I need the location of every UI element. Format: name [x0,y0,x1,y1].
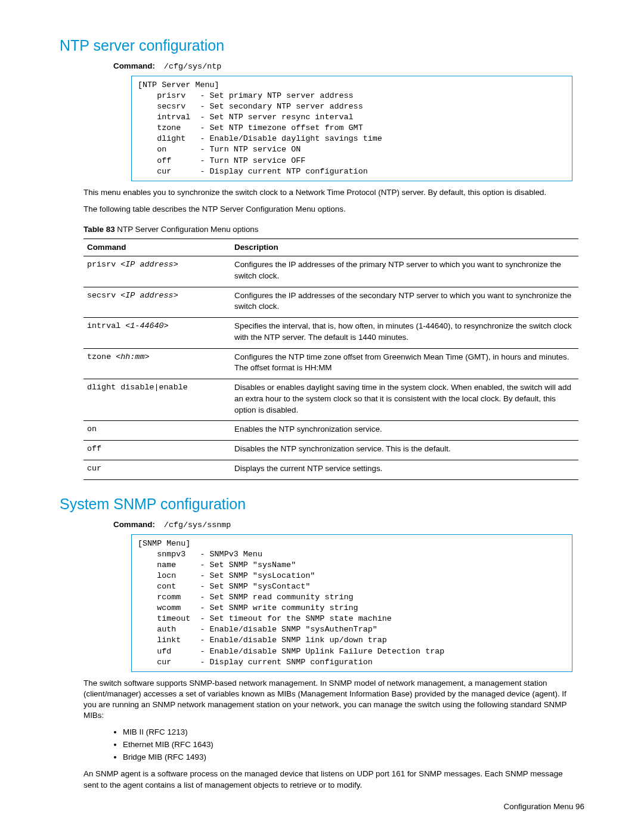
section-title-ntp: NTP server configuration [60,36,584,56]
table-caption-text: NTP Server Configuration Menu options [115,225,259,234]
command-path: /cfg/sys/ssnmp [164,521,231,529]
ntp-options-table: Command Description prisrv <IP address>C… [83,239,578,480]
table-cell-command: tzone <hh:mm> [83,348,231,379]
table-caption: Table 83 NTP Server Configuration Menu o… [83,224,578,235]
ntp-menu-box: [NTP Server Menu] prisrv - Set primary N… [131,76,572,181]
section-title-snmp: System SNMP configuration [60,494,584,515]
table-header-description: Description [231,239,578,256]
command-path: /cfg/sys/ntp [164,62,221,71]
table-cell-description: Displays the current NTP service setting… [231,460,578,480]
snmp-command-line: Command: /cfg/sys/ssnmp [113,519,578,531]
command-label: Command: [113,520,155,529]
command-text: off [87,444,101,453]
list-item: Bridge MIB (RFC 1493) [123,752,578,763]
table-cell-command: secsrv <IP address> [83,287,231,318]
ntp-para-1: This menu enables you to synchronize the… [83,187,578,198]
table-cell-command: cur [83,460,231,480]
command-arg: <IP address> [120,260,178,269]
command-text: intrval [87,321,125,330]
table-row: intrval <1-44640>Specifies the interval,… [83,318,578,349]
list-item: Ethernet MIB (RFC 1643) [123,739,578,750]
table-row: dlight disable|enableDisables or enables… [83,379,578,421]
table-cell-description: Configures the IP addresses of the prima… [231,256,578,287]
table-row: secsrv <IP address>Configures the IP add… [83,287,578,318]
page-footer: Configuration Menu 96 [504,801,584,812]
command-text: prisrv [87,260,120,269]
command-text: secsrv [87,291,120,300]
table-number: Table 83 [83,225,115,234]
table-cell-command: intrval <1-44640> [83,318,231,349]
table-cell-description: Configures the IP addresses of the secon… [231,287,578,318]
table-cell-description: Disables or enables daylight saving time… [231,379,578,421]
command-arg: <1-44640> [125,321,168,330]
table-row: offDisables the NTP synchronization serv… [83,441,578,460]
table-cell-command: on [83,421,231,441]
table-row: curDisplays the current NTP service sett… [83,460,578,480]
table-cell-description: Configures the NTP time zone offset from… [231,348,578,379]
table-header-command: Command [83,239,231,256]
list-item: MIB II (RFC 1213) [123,727,578,738]
snmp-mib-list: MIB II (RFC 1213)Ethernet MIB (RFC 1643)… [112,727,578,763]
table-cell-description: Disables the NTP synchronization service… [231,441,578,460]
snmp-para-1: The switch software supports SNMP-based … [83,678,578,721]
table-cell-command: off [83,441,231,460]
command-text: on [87,425,97,433]
table-row: prisrv <IP address>Configures the IP add… [83,256,578,287]
table-row: onEnables the NTP synchronization servic… [83,421,578,441]
table-cell-description: Specifies the interval, that is, how oft… [231,318,578,349]
page: NTP server configuration Command: /cfg/s… [0,0,644,833]
ntp-para-2: The following table describes the NTP Se… [83,204,578,215]
table-cell-description: Enables the NTP synchronization service. [231,421,578,441]
ntp-content: Command: /cfg/sys/ntp [NTP Server Menu] … [60,61,584,480]
command-text: tzone [87,352,116,361]
table-row: tzone <hh:mm>Configures the NTP time zon… [83,348,578,379]
command-text: dlight disable|enable [87,383,188,392]
command-arg: <IP address> [120,291,178,300]
command-text: cur [87,464,101,473]
table-cell-command: dlight disable|enable [83,379,231,421]
command-label: Command: [113,61,155,70]
command-arg: <hh:mm> [116,352,149,361]
snmp-menu-box: [SNMP Menu] snmpv3 - SNMPv3 Menu name - … [131,534,572,672]
table-cell-command: prisrv <IP address> [83,256,231,287]
ntp-command-line: Command: /cfg/sys/ntp [113,61,578,72]
snmp-content: Command: /cfg/sys/ssnmp [SNMP Menu] snmp… [60,519,584,791]
snmp-para-2: An SNMP agent is a software process on t… [83,769,578,790]
